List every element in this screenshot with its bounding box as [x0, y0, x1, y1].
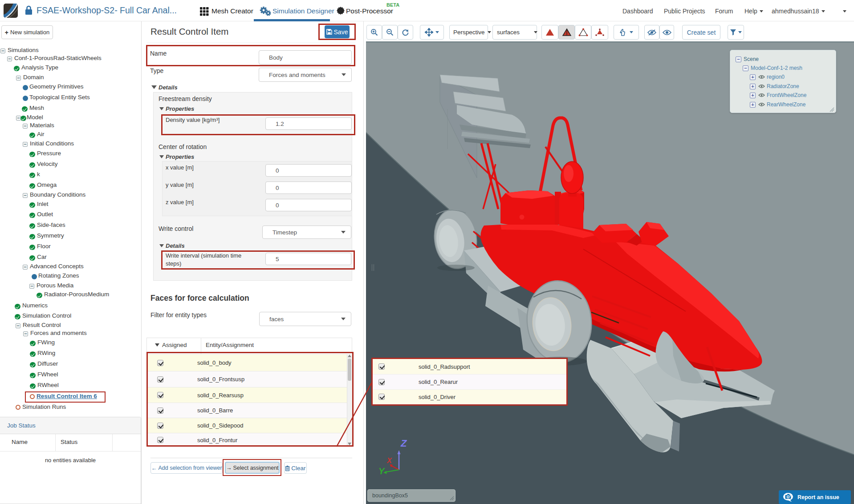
svg-text:X: X — [386, 457, 392, 464]
svg-text:Z: Z — [400, 438, 407, 449]
svg-text:Y: Y — [378, 466, 385, 476]
